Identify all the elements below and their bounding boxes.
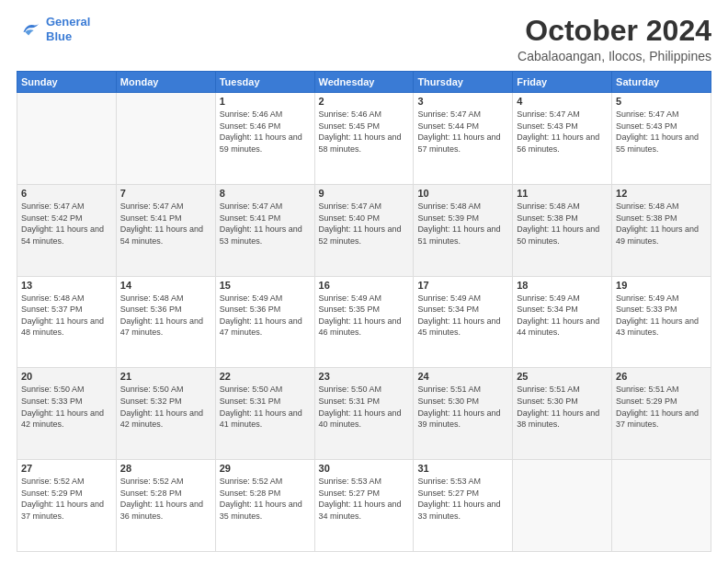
table-row: 20Sunrise: 5:50 AM Sunset: 5:33 PM Dayli… [17, 368, 117, 460]
day-details: Sunrise: 5:47 AM Sunset: 5:41 PM Dayligh… [220, 201, 311, 247]
day-details: Sunrise: 5:51 AM Sunset: 5:30 PM Dayligh… [517, 384, 608, 430]
col-wednesday: Wednesday [314, 72, 414, 93]
table-row: 18Sunrise: 5:49 AM Sunset: 5:34 PM Dayli… [513, 276, 612, 368]
logo-icon [17, 17, 42, 42]
table-row: 15Sunrise: 5:49 AM Sunset: 5:36 PM Dayli… [215, 276, 314, 368]
day-number: 16 [319, 280, 410, 291]
day-number: 26 [616, 371, 707, 382]
day-number: 22 [220, 371, 311, 382]
day-number: 31 [417, 463, 508, 474]
title-block: October 2024 Cabalaoangan, Ilocos, Phili… [518, 15, 711, 63]
day-number: 15 [220, 280, 311, 291]
calendar-week-row: 13Sunrise: 5:48 AM Sunset: 5:37 PM Dayli… [17, 276, 711, 368]
table-row: 5Sunrise: 5:47 AM Sunset: 5:43 PM Daylig… [612, 93, 711, 185]
day-details: Sunrise: 5:50 AM Sunset: 5:33 PM Dayligh… [21, 384, 112, 430]
table-row: 17Sunrise: 5:49 AM Sunset: 5:34 PM Dayli… [414, 276, 513, 368]
table-row: 1Sunrise: 5:46 AM Sunset: 5:46 PM Daylig… [215, 93, 314, 185]
day-number: 6 [21, 188, 112, 199]
day-details: Sunrise: 5:48 AM Sunset: 5:36 PM Dayligh… [120, 293, 211, 339]
page: General Blue October 2024 Cabalaoangan, … [0, 0, 728, 563]
table-row: 6Sunrise: 5:47 AM Sunset: 5:42 PM Daylig… [17, 184, 117, 276]
table-row: 29Sunrise: 5:52 AM Sunset: 5:28 PM Dayli… [215, 460, 314, 552]
day-number: 25 [517, 371, 608, 382]
day-details: Sunrise: 5:51 AM Sunset: 5:29 PM Dayligh… [616, 384, 707, 430]
day-number: 11 [517, 188, 608, 199]
table-row: 23Sunrise: 5:50 AM Sunset: 5:31 PM Dayli… [314, 368, 414, 460]
day-number: 12 [616, 188, 707, 199]
day-details: Sunrise: 5:47 AM Sunset: 5:40 PM Dayligh… [319, 201, 410, 247]
day-number: 14 [120, 280, 211, 291]
day-number: 28 [120, 463, 211, 474]
table-row: 31Sunrise: 5:53 AM Sunset: 5:27 PM Dayli… [414, 460, 513, 552]
day-details: Sunrise: 5:47 AM Sunset: 5:43 PM Dayligh… [517, 109, 608, 155]
logo-line2: Blue [46, 29, 72, 43]
table-row [116, 93, 215, 185]
table-row: 30Sunrise: 5:53 AM Sunset: 5:27 PM Dayli… [314, 460, 414, 552]
table-row: 12Sunrise: 5:48 AM Sunset: 5:38 PM Dayli… [612, 184, 711, 276]
table-row [17, 93, 117, 185]
day-details: Sunrise: 5:47 AM Sunset: 5:42 PM Dayligh… [21, 201, 112, 247]
table-row: 9Sunrise: 5:47 AM Sunset: 5:40 PM Daylig… [314, 184, 414, 276]
table-row: 11Sunrise: 5:48 AM Sunset: 5:38 PM Dayli… [513, 184, 612, 276]
table-row: 8Sunrise: 5:47 AM Sunset: 5:41 PM Daylig… [215, 184, 314, 276]
calendar-week-row: 6Sunrise: 5:47 AM Sunset: 5:42 PM Daylig… [17, 184, 711, 276]
table-row: 16Sunrise: 5:49 AM Sunset: 5:35 PM Dayli… [314, 276, 414, 368]
logo: General Blue [17, 15, 90, 43]
day-details: Sunrise: 5:48 AM Sunset: 5:39 PM Dayligh… [417, 201, 508, 247]
day-number: 27 [21, 463, 112, 474]
table-row: 22Sunrise: 5:50 AM Sunset: 5:31 PM Dayli… [215, 368, 314, 460]
col-monday: Monday [116, 72, 215, 93]
day-details: Sunrise: 5:49 AM Sunset: 5:34 PM Dayligh… [517, 293, 608, 339]
table-row: 2Sunrise: 5:46 AM Sunset: 5:45 PM Daylig… [314, 93, 414, 185]
day-details: Sunrise: 5:49 AM Sunset: 5:35 PM Dayligh… [319, 293, 410, 339]
day-details: Sunrise: 5:52 AM Sunset: 5:28 PM Dayligh… [120, 476, 211, 522]
day-details: Sunrise: 5:46 AM Sunset: 5:45 PM Dayligh… [319, 109, 410, 155]
day-number: 21 [120, 371, 211, 382]
table-row: 14Sunrise: 5:48 AM Sunset: 5:36 PM Dayli… [116, 276, 215, 368]
day-details: Sunrise: 5:50 AM Sunset: 5:32 PM Dayligh… [120, 384, 211, 430]
col-tuesday: Tuesday [215, 72, 314, 93]
day-details: Sunrise: 5:46 AM Sunset: 5:46 PM Dayligh… [220, 109, 311, 155]
logo-text: General Blue [46, 15, 90, 43]
table-row: 24Sunrise: 5:51 AM Sunset: 5:30 PM Dayli… [414, 368, 513, 460]
day-details: Sunrise: 5:50 AM Sunset: 5:31 PM Dayligh… [220, 384, 311, 430]
table-row: 19Sunrise: 5:49 AM Sunset: 5:33 PM Dayli… [612, 276, 711, 368]
day-number: 17 [417, 280, 508, 291]
calendar-table: Sunday Monday Tuesday Wednesday Thursday… [17, 71, 711, 552]
calendar-header-row: Sunday Monday Tuesday Wednesday Thursday… [17, 72, 711, 93]
day-details: Sunrise: 5:52 AM Sunset: 5:29 PM Dayligh… [21, 476, 112, 522]
day-details: Sunrise: 5:47 AM Sunset: 5:41 PM Dayligh… [120, 201, 211, 247]
day-details: Sunrise: 5:47 AM Sunset: 5:43 PM Dayligh… [616, 109, 707, 155]
day-number: 3 [417, 96, 508, 107]
col-thursday: Thursday [414, 72, 513, 93]
day-details: Sunrise: 5:49 AM Sunset: 5:36 PM Dayligh… [220, 293, 311, 339]
calendar-week-row: 1Sunrise: 5:46 AM Sunset: 5:46 PM Daylig… [17, 93, 711, 185]
logo-line1: General [46, 15, 90, 29]
table-row: 4Sunrise: 5:47 AM Sunset: 5:43 PM Daylig… [513, 93, 612, 185]
table-row [513, 460, 612, 552]
day-number: 10 [417, 188, 508, 199]
day-details: Sunrise: 5:52 AM Sunset: 5:28 PM Dayligh… [220, 476, 311, 522]
day-details: Sunrise: 5:51 AM Sunset: 5:30 PM Dayligh… [417, 384, 508, 430]
col-saturday: Saturday [612, 72, 711, 93]
day-number: 30 [319, 463, 410, 474]
day-number: 4 [517, 96, 608, 107]
day-number: 5 [616, 96, 707, 107]
table-row [612, 460, 711, 552]
day-details: Sunrise: 5:48 AM Sunset: 5:38 PM Dayligh… [616, 201, 707, 247]
day-details: Sunrise: 5:49 AM Sunset: 5:33 PM Dayligh… [616, 293, 707, 339]
table-row: 3Sunrise: 5:47 AM Sunset: 5:44 PM Daylig… [414, 93, 513, 185]
day-details: Sunrise: 5:48 AM Sunset: 5:38 PM Dayligh… [517, 201, 608, 247]
table-row: 28Sunrise: 5:52 AM Sunset: 5:28 PM Dayli… [116, 460, 215, 552]
day-number: 13 [21, 280, 112, 291]
day-number: 20 [21, 371, 112, 382]
day-number: 8 [220, 188, 311, 199]
table-row: 26Sunrise: 5:51 AM Sunset: 5:29 PM Dayli… [612, 368, 711, 460]
day-number: 19 [616, 280, 707, 291]
day-number: 18 [517, 280, 608, 291]
day-details: Sunrise: 5:47 AM Sunset: 5:44 PM Dayligh… [417, 109, 508, 155]
calendar-week-row: 20Sunrise: 5:50 AM Sunset: 5:33 PM Dayli… [17, 368, 711, 460]
table-row: 13Sunrise: 5:48 AM Sunset: 5:37 PM Dayli… [17, 276, 117, 368]
day-number: 7 [120, 188, 211, 199]
day-details: Sunrise: 5:49 AM Sunset: 5:34 PM Dayligh… [417, 293, 508, 339]
